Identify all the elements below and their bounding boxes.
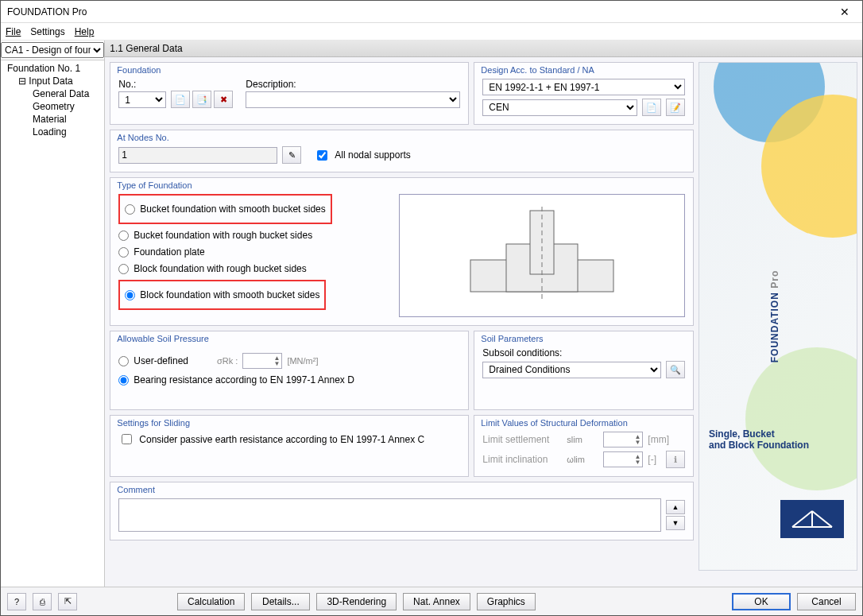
main-panel: 1.1 General Data Foundation No.: 1 📄 📑 ✖ [105,41,862,587]
radio-type-1[interactable]: Bucket foundation with rough bucket side… [118,230,385,241]
sigma-input: ▲▼ [242,353,282,369]
group-type-foundation: Type of Foundation Bucket foundation wit… [110,177,694,326]
limit-inclination-label: Limit inclination [482,454,562,465]
foundation-preview [399,194,685,317]
subsoil-select[interactable]: Drained Conditions [482,362,661,378]
group-standard: Design Acc. to Standard / NA EN 1992-1-1… [474,62,694,125]
annex-button[interactable]: Nat. Annex [403,593,470,610]
tree-input-data[interactable]: ⊟ Input Data [4,75,101,87]
slim-input: ▲▼ [603,432,643,447]
group-soil-params: Soil Parameters Subsoil conditions: Drai… [474,331,694,410]
subsoil-info-icon[interactable]: 🔍 [666,361,685,378]
titlebar: FOUNDATION Pro ✕ [1,1,862,23]
graphics-button[interactable]: Graphics [477,593,536,610]
standard-edit-icon[interactable]: 📝 [666,99,685,116]
new-icon[interactable]: 📄 [171,91,190,108]
menubar: File Settings Help [1,23,862,41]
comment-input[interactable] [118,498,661,532]
wlim-input: ▲▼ [603,451,643,467]
group-nodes: At Nodes No. ✎ All nodal supports [110,130,694,172]
menu-help[interactable]: Help [75,26,95,37]
svg-line-2 [812,511,832,527]
radio-type-0[interactable]: Bucket foundation with smooth bucket sid… [125,203,325,215]
na-select[interactable]: CEN [482,99,637,116]
group-sliding: Settings for Sliding Consider passive ea… [110,415,469,477]
all-nodal-check[interactable]: All nodal supports [314,148,410,163]
delete-icon[interactable]: ✖ [214,91,233,108]
tagline: Single, Bucket and Block Foundation [709,428,849,451]
subsoil-label: Subsoil conditions: [482,347,562,358]
details-button[interactable]: Details... [251,593,310,610]
comment-up-icon[interactable]: ▲ [666,500,685,514]
limit-settlement-label: Limit settlement [482,434,562,445]
window-title: FOUNDATION Pro [7,6,87,17]
sliding-check[interactable]: Consider passive earth resistance accord… [118,432,460,447]
group-limits: Limit Values of Structural Deformation L… [474,415,694,477]
nav-tree: Foundation No. 1 ⊟ Input Data General Da… [1,60,104,587]
close-icon[interactable]: ✕ [834,6,856,18]
description-input[interactable] [246,91,460,108]
brand-logo [780,500,844,538]
comment-down-icon[interactable]: ▼ [666,516,685,530]
help-icon[interactable]: ? [7,593,26,610]
copy-icon[interactable]: 📑 [192,91,211,108]
case-selector[interactable]: CA1 - Design of foundations [1,42,104,58]
radio-user-defined[interactable]: User-defined σRk : ▲▼ [MN/m²] [118,353,460,369]
group-soil-pressure: Allowable Soil Pressure User-defined σRk… [110,331,469,410]
info-icon[interactable]: ℹ [666,451,685,468]
tree-root[interactable]: Foundation No. 1 [4,62,101,75]
footer: ? ⎙ ⇱ Calculation Details... 3D-Renderin… [1,587,862,615]
group-comment: Comment ▲ ▼ [110,482,694,540]
desc-label: Description: [246,79,460,90]
tree-loading[interactable]: Loading [4,126,101,138]
group-foundation: Foundation No.: 1 📄 📑 ✖ Description: [110,62,469,125]
standard-new-icon[interactable]: 📄 [642,99,661,116]
export-icon[interactable]: ⎙ [33,593,52,610]
nodes-input [118,147,277,164]
radio-type-3[interactable]: Block foundation with rough bucket sides [118,263,385,274]
no-label: No.: [118,79,166,90]
product-banner: FOUNDATION Pro Single, Bucket and Block … [699,62,857,571]
radio-type-2[interactable]: Foundation plate [118,246,385,258]
tab-header: 1.1 General Data [105,41,862,57]
standard-select[interactable]: EN 1992-1-1 + EN 1997-1 [482,79,685,95]
calculation-button[interactable]: Calculation [177,593,245,610]
ok-button[interactable]: OK [732,593,791,610]
menu-settings[interactable]: Settings [30,26,64,37]
tree-general-data[interactable]: General Data [4,87,101,100]
app-window: FOUNDATION Pro ✕ File Settings Help CA1 … [0,0,863,616]
menu-file[interactable]: File [6,26,21,37]
brand-text: FOUNDATION Pro [755,270,784,362]
render-button[interactable]: 3D-Rendering [316,593,397,610]
svg-line-1 [792,511,812,527]
radio-bearing[interactable]: Bearing resistance according to EN 1997-… [118,374,460,385]
import-icon[interactable]: ⇱ [58,593,77,610]
tree-geometry[interactable]: Geometry [4,100,101,113]
radio-type-4[interactable]: Block foundation with smooth bucket side… [125,289,319,300]
sidebar: CA1 - Design of foundations Foundation N… [1,41,105,587]
pick-node-icon[interactable]: ✎ [282,146,301,164]
foundation-no-input[interactable]: 1 [118,91,166,108]
tree-material[interactable]: Material [4,113,101,126]
cancel-button[interactable]: Cancel [797,593,856,610]
